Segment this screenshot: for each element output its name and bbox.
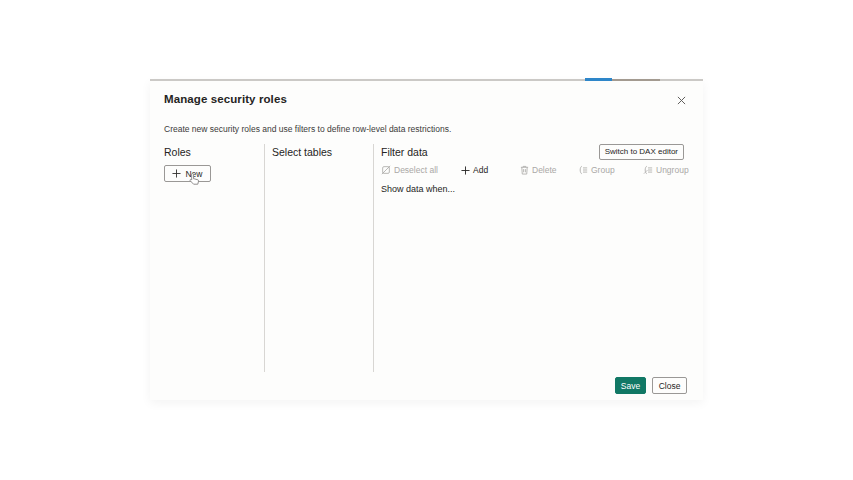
save-button[interactable]: Save [615, 377, 646, 394]
toolbar-item-label: Delete [532, 165, 557, 175]
panel-divider [264, 144, 265, 372]
toolbar-item-label: Ungroup [656, 165, 689, 175]
dialog-description: Create new security roles and use filter… [164, 124, 451, 134]
filter-data-header: Filter data [381, 146, 428, 158]
manage-security-roles-dialog: Manage security roles Create new securit… [150, 80, 703, 400]
delete-button[interactable]: Delete [520, 165, 557, 175]
new-role-label: New [185, 169, 202, 179]
filter-toolbar: Deselect all Add Delete [381, 165, 684, 179]
plus-icon [172, 169, 181, 178]
dax-button-label: Switch to DAX editor [605, 147, 678, 156]
show-data-when-label: Show data when... [381, 184, 684, 194]
select-tables-header: Select tables [272, 146, 369, 158]
filter-data-panel: Filter data Switch to DAX editor Deselec… [381, 143, 684, 194]
close-label: Close [659, 381, 681, 391]
toolbar-item-label: Deselect all [394, 165, 438, 175]
top-accent-line [585, 78, 612, 81]
ungroup-icon [643, 165, 653, 175]
top-accent-line-secondary [612, 79, 660, 81]
roles-header: Roles [164, 146, 260, 158]
switch-to-dax-editor-button[interactable]: Switch to DAX editor [599, 144, 684, 160]
toolbar-item-label: Add [473, 165, 488, 175]
save-label: Save [621, 381, 640, 391]
deselect-all-button[interactable]: Deselect all [381, 165, 438, 175]
close-button[interactable]: Close [652, 377, 687, 394]
trash-icon [520, 165, 529, 175]
roles-panel: Roles New [164, 146, 260, 182]
group-button[interactable]: Group [578, 165, 615, 175]
add-button[interactable]: Add [461, 165, 488, 175]
plus-icon [461, 166, 470, 175]
dialog-close-button[interactable] [674, 93, 688, 107]
close-icon [677, 96, 686, 105]
new-role-button[interactable]: New [164, 165, 211, 182]
select-tables-panel: Select tables [272, 146, 369, 158]
ungroup-button[interactable]: Ungroup [643, 165, 689, 175]
group-icon [578, 165, 588, 175]
toolbar-item-label: Group [591, 165, 615, 175]
dialog-footer: Save Close [615, 377, 687, 394]
dialog-title: Manage security roles [164, 93, 287, 105]
deselect-all-icon [381, 165, 391, 175]
panel-divider [373, 144, 374, 372]
